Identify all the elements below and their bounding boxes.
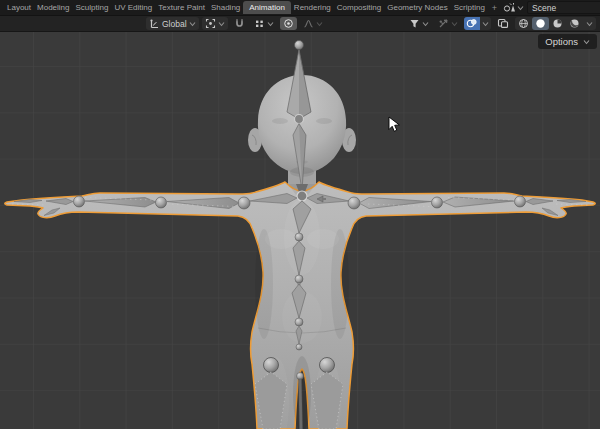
- tab-animation[interactable]: Animation: [243, 1, 291, 14]
- pelvis-joint[interactable]: [295, 318, 303, 326]
- xray-icon: [497, 18, 509, 29]
- shading-wireframe-button[interactable]: [515, 17, 532, 30]
- hip-right-joint[interactable]: [320, 358, 335, 373]
- chevron-down-icon: [267, 21, 274, 27]
- proportional-edit-icon: [283, 18, 294, 29]
- scene-selector: Scene: [501, 1, 600, 14]
- blender-window: Layout Modeling Sculpting UV Editing Tex…: [0, 0, 600, 429]
- proportional-editing-toggle[interactable]: [280, 17, 297, 30]
- viewport-shading-segment: [515, 17, 596, 30]
- axes-orientation-icon: [149, 18, 160, 29]
- shoulder-right-joint[interactable]: [348, 197, 360, 209]
- shoulder-left-joint[interactable]: [238, 197, 250, 209]
- tab-sculpting[interactable]: Sculpting: [73, 1, 112, 14]
- tab-uv-editing[interactable]: UV Editing: [111, 1, 155, 14]
- shading-rendered-button[interactable]: [566, 17, 583, 30]
- proportional-falloff-dropdown[interactable]: [300, 17, 326, 30]
- tab-shading[interactable]: Shading: [208, 1, 243, 14]
- chevron-down-icon: [586, 21, 593, 27]
- falloff-curve-icon: [303, 18, 314, 29]
- show-overlays-group: [464, 17, 491, 30]
- elbow-right-joint[interactable]: [432, 197, 443, 208]
- hips-joint[interactable]: [296, 344, 302, 350]
- show-gizmo-dropdown[interactable]: [435, 17, 461, 30]
- tab-scripting[interactable]: Scripting: [451, 1, 488, 14]
- shading-solid-button[interactable]: [532, 17, 549, 30]
- tab-modeling[interactable]: Modeling: [34, 1, 72, 14]
- 3d-viewport[interactable]: Options: [0, 32, 600, 429]
- spine-joint-1[interactable]: [295, 233, 303, 241]
- tab-layout[interactable]: Layout: [4, 1, 34, 14]
- options-dropdown[interactable]: Options: [538, 34, 597, 49]
- chevron-down-icon: [316, 21, 323, 27]
- options-label: Options: [545, 36, 578, 47]
- chevron-down-icon: [218, 21, 225, 27]
- toggle-xray-button[interactable]: [494, 17, 512, 30]
- show-overlays-toggle[interactable]: [464, 17, 480, 30]
- chevron-down-icon: [482, 21, 489, 27]
- overlays-icon: [466, 18, 478, 29]
- head-base-joint[interactable]: [295, 115, 304, 124]
- elbow-left-joint[interactable]: [156, 197, 167, 208]
- add-workspace-button[interactable]: +: [488, 1, 501, 15]
- tab-rendering[interactable]: Rendering: [291, 1, 334, 14]
- chevron-down-icon: [517, 5, 524, 11]
- scene-browse-button[interactable]: [501, 1, 526, 14]
- spine-joint-2[interactable]: [295, 275, 303, 283]
- transform-orientation-dropdown[interactable]: Global: [146, 17, 199, 30]
- wrist-left-joint[interactable]: [74, 196, 85, 207]
- chevron-down-icon: [189, 21, 196, 27]
- funnel-visibility-icon: [409, 18, 420, 29]
- chevron-down-icon: [451, 21, 458, 27]
- scene-icon: [503, 2, 516, 13]
- chest-joint[interactable]: [297, 191, 307, 201]
- rendered-sphere-icon: [569, 18, 580, 29]
- scene-name-field[interactable]: Scene: [527, 1, 600, 14]
- gizmo-icon: [438, 18, 449, 29]
- head-bone-tip-joint[interactable]: [295, 41, 304, 50]
- viewport-header: Global: [0, 16, 600, 32]
- tab-texture-paint[interactable]: Texture Paint: [155, 1, 208, 14]
- snap-dots-icon: [254, 18, 265, 29]
- chevron-down-icon: [583, 39, 590, 45]
- pivot-point-dropdown[interactable]: [202, 17, 228, 30]
- solid-sphere-icon: [535, 18, 546, 29]
- shading-dropdown[interactable]: [583, 17, 596, 30]
- overlays-settings-dropdown[interactable]: [480, 17, 491, 30]
- display-options-group: [406, 17, 596, 30]
- tab-geometry-nodes[interactable]: Geometry Nodes: [384, 1, 450, 14]
- snap-toggle-button[interactable]: [231, 17, 248, 30]
- chevron-down-icon: [422, 21, 429, 27]
- wireframe-sphere-icon: [518, 18, 529, 29]
- pivot-point-icon: [205, 18, 216, 29]
- crotch-joint[interactable]: [297, 373, 304, 380]
- object-visibility-dropdown[interactable]: [406, 17, 432, 30]
- shading-material-button[interactable]: [549, 17, 566, 30]
- hip-left-joint[interactable]: [264, 358, 279, 373]
- tab-compositing[interactable]: Compositing: [334, 1, 384, 14]
- scene-canvas: [0, 32, 600, 429]
- transform-snap-group: Global: [146, 17, 326, 30]
- snap-settings-dropdown[interactable]: [251, 17, 277, 30]
- orientation-value: Global: [162, 19, 187, 29]
- material-sphere-icon: [552, 18, 563, 29]
- magnet-icon: [234, 18, 245, 29]
- wrist-right-joint[interactable]: [515, 196, 526, 207]
- workspace-tab-bar: Layout Modeling Sculpting UV Editing Tex…: [0, 0, 600, 16]
